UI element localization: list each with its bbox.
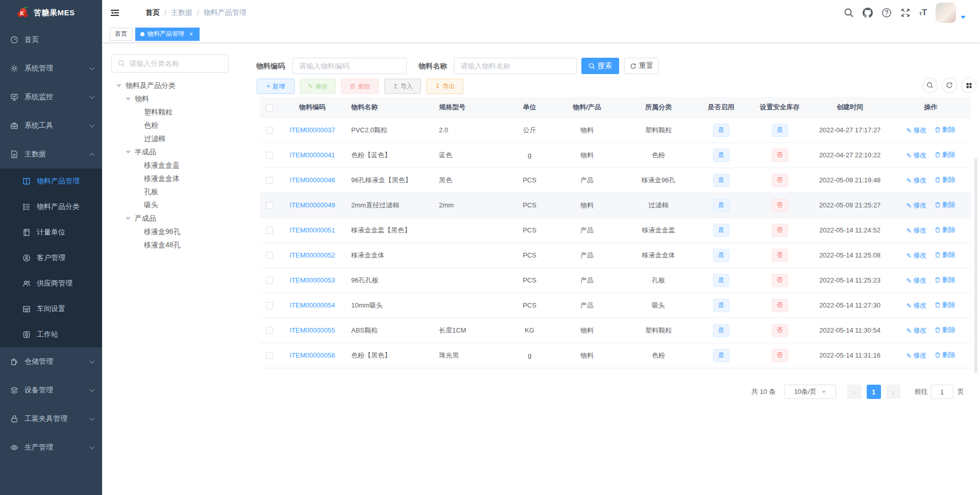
row-delete-link[interactable]: 删除 [935, 175, 955, 184]
row-delete-link[interactable]: 删除 [935, 200, 955, 209]
table-row[interactable]: ITEM00000051 移液盒盒盖【黑色】 PCS 产品 移液盒盒盖 是 否 … [260, 218, 971, 243]
app-logo[interactable]: K 苦糖果MES [0, 0, 102, 26]
prev-page-button[interactable]: ‹ [847, 385, 862, 399]
row-edit-link[interactable]: ✎修改 [906, 176, 926, 185]
breadcrumb-home[interactable]: 首页 [145, 8, 160, 17]
expand-arrow-icon[interactable] [126, 217, 131, 220]
show-search-toggle-button[interactable] [922, 78, 938, 93]
item-code-link[interactable]: ITEM00000049 [290, 201, 335, 209]
help-icon[interactable] [881, 8, 892, 18]
table-row[interactable]: ITEM00000046 96孔移液盒【黑色】 黑色 PCS 产品 移液盒96孔… [260, 168, 971, 193]
column-settings-button[interactable] [961, 78, 976, 93]
row-edit-link[interactable]: ✎修改 [906, 226, 926, 235]
row-edit-link[interactable]: ✎修改 [906, 351, 926, 360]
close-icon[interactable]: × [188, 31, 194, 37]
tree-node[interactable]: 半成品 [111, 146, 254, 159]
user-menu-caret-icon[interactable] [961, 16, 966, 19]
goto-page-input[interactable] [931, 385, 953, 399]
row-edit-link[interactable]: ✎修改 [906, 201, 926, 210]
edit-button[interactable]: ✎ 修改 [300, 79, 336, 94]
item-code-link[interactable]: ITEM00000055 [290, 326, 335, 334]
sidebar-item-equipment-mgmt[interactable]: 设备管理 [0, 376, 102, 405]
reset-button[interactable]: 重置 [624, 58, 659, 74]
table-row[interactable]: ITEM00000052 移液盒盒体 PCS 产品 移液盒盒体 是 否 2022… [260, 243, 971, 268]
item-code-link[interactable]: ITEM00000056 [290, 351, 335, 359]
item-code-link[interactable]: ITEM00000041 [290, 151, 335, 159]
row-delete-link[interactable]: 删除 [935, 275, 955, 285]
sidebar-item-production-mgmt[interactable]: 生产管理 [0, 433, 102, 462]
tag-material-product-mgmt[interactable]: 物料产品管理 × [135, 28, 200, 41]
current-page-button[interactable]: 1 [867, 385, 881, 399]
table-row[interactable]: ITEM00000037 PVC2.0颗粒 2.0 公斤 物料 塑料颗粒 是 是… [260, 117, 971, 143]
sidebar-item-system-mgmt[interactable]: 系统管理 [0, 54, 102, 83]
add-button[interactable]: + 新增 [257, 79, 295, 94]
row-checkbox[interactable] [266, 127, 273, 134]
fullscreen-icon[interactable] [900, 8, 911, 18]
sidebar-item-supplier-mgmt[interactable]: 供应商管理 [0, 271, 102, 296]
table-row[interactable]: ITEM00000056 色粉【黑色】 珠光黑 g 物料 色粉 是 否 2022… [260, 343, 971, 368]
item-code-link[interactable]: ITEM00000037 [290, 126, 335, 134]
tag-home[interactable]: 首页 [110, 28, 132, 41]
sidebar-item-customer-mgmt[interactable]: 客户管理 [0, 245, 102, 271]
sidebar-fold-icon[interactable] [110, 8, 120, 18]
avatar[interactable] [936, 3, 956, 23]
search-icon[interactable] [844, 8, 854, 18]
delete-button[interactable]: 删除 [341, 79, 379, 94]
table-row[interactable]: ITEM00000049 2mm直径过滤棉 2mm PCS 物料 过滤棉 是 否… [260, 193, 971, 218]
row-edit-link[interactable]: ✎修改 [906, 251, 926, 260]
page-size-select[interactable]: 10条/页 [784, 385, 836, 399]
row-edit-link[interactable]: ✎修改 [906, 126, 926, 135]
select-all-checkbox[interactable] [266, 104, 273, 111]
row-delete-link[interactable]: 删除 [935, 150, 955, 159]
tree-node[interactable]: 物料及产品分类 [111, 79, 254, 92]
row-checkbox[interactable] [266, 352, 273, 359]
row-checkbox[interactable] [266, 277, 273, 284]
tree-node[interactable]: 移液盒96孔 [111, 225, 254, 239]
row-edit-link[interactable]: ✎修改 [906, 276, 926, 285]
sidebar-item-tooling-fixture-mgmt[interactable]: 工装夹具管理 [0, 405, 102, 433]
item-code-link[interactable]: ITEM00000051 [290, 226, 335, 234]
table-row[interactable]: ITEM00000053 96孔孔板 PCS 产品 孔板 是 否 2022-05… [260, 268, 971, 293]
tree-node[interactable]: 过滤棉 [111, 132, 254, 146]
row-checkbox[interactable] [266, 327, 273, 334]
row-checkbox[interactable] [266, 177, 273, 184]
table-row[interactable]: ITEM00000054 10mm吸头 PCS 产品 吸头 是 否 2022-0… [260, 293, 971, 318]
tree-node[interactable]: 移液盒盒体 [111, 172, 254, 185]
export-button[interactable]: ↧ 导出 [426, 79, 463, 94]
tree-node[interactable]: 色粉 [111, 119, 254, 132]
row-checkbox[interactable] [266, 227, 273, 234]
tree-node[interactable]: 孔板 [111, 185, 254, 199]
row-edit-link[interactable]: ✎修改 [906, 151, 926, 160]
font-size-icon[interactable]: тT [919, 8, 927, 18]
expand-arrow-icon[interactable] [116, 84, 121, 87]
breadcrumb-master-data[interactable]: 主数据 [171, 8, 192, 17]
tree-node[interactable]: 移液盒48孔 [111, 239, 254, 252]
next-page-button[interactable]: › [886, 385, 900, 399]
expand-arrow-icon[interactable] [126, 151, 131, 154]
sidebar-item-material-product-category[interactable]: 物料产品分类 [0, 194, 102, 220]
tree-node[interactable]: 吸头 [111, 199, 254, 212]
item-code-link[interactable]: ITEM00000054 [290, 301, 335, 309]
github-icon[interactable] [863, 8, 873, 18]
row-checkbox[interactable] [266, 302, 273, 309]
row-edit-link[interactable]: ✎修改 [906, 326, 926, 335]
sidebar-item-workstation[interactable]: 工作站 [0, 322, 102, 347]
scrollbar-thumb[interactable] [974, 158, 977, 373]
material-code-input[interactable] [292, 58, 407, 74]
sidebar-item-workshop-settings[interactable]: 车间设置 [0, 296, 102, 322]
row-checkbox[interactable] [266, 152, 273, 159]
row-delete-link[interactable]: 删除 [935, 325, 955, 335]
refresh-table-button[interactable] [942, 78, 957, 93]
row-checkbox[interactable] [266, 252, 273, 259]
row-delete-link[interactable]: 删除 [935, 300, 955, 310]
sidebar-item-material-product-mgmt[interactable]: 物料产品管理 [0, 169, 102, 194]
row-delete-link[interactable]: 删除 [935, 225, 955, 234]
table-row[interactable]: ITEM00000055 ABS颗粒 长度1CM KG 物料 塑料颗粒 是 否 … [260, 318, 971, 343]
search-button[interactable]: 搜索 [581, 58, 619, 74]
sidebar-item-master-data[interactable]: 主数据 [0, 140, 102, 169]
expand-arrow-icon[interactable] [126, 98, 131, 101]
import-button[interactable]: ↥ 导入 [384, 79, 421, 94]
category-search-input[interactable] [129, 59, 216, 67]
tree-node[interactable]: 移液盒盒盖 [111, 159, 254, 172]
item-code-link[interactable]: ITEM00000046 [290, 176, 335, 184]
